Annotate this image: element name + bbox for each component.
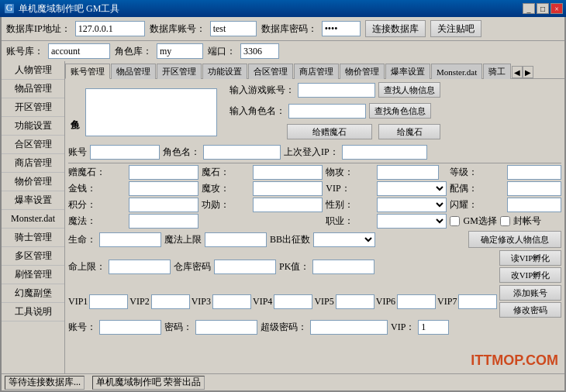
account2-input[interactable] bbox=[99, 320, 161, 335]
sidebar-item-spawn[interactable]: 刷怪管理 bbox=[2, 266, 64, 284]
minimize-button[interactable]: _ bbox=[523, 3, 535, 14]
vip5-input[interactable] bbox=[336, 294, 374, 309]
vip7-input[interactable] bbox=[458, 294, 497, 309]
vip5-label: VIP5 bbox=[314, 296, 333, 308]
warehouse-pwd-input[interactable] bbox=[214, 260, 276, 274]
account-lib-input[interactable] bbox=[48, 43, 110, 59]
sidebar-item-merge[interactable]: 合区管理 bbox=[2, 136, 64, 154]
read-vip-button[interactable]: 读VIP孵化 bbox=[499, 250, 561, 266]
close-tieba-button[interactable]: 关注贴吧 bbox=[430, 20, 481, 37]
content-area: 人物管理 物品管理 开区管理 功能设置 合区管理 商店管理 物价管理 爆率设置 … bbox=[2, 61, 564, 373]
vip1-input[interactable] bbox=[89, 294, 128, 309]
tab-items[interactable]: 物品管理 bbox=[111, 64, 156, 79]
sidebar-item-monster-dat[interactable]: Monster.dat bbox=[2, 210, 64, 229]
donated-magic-input[interactable] bbox=[129, 165, 198, 180]
role-name-input[interactable] bbox=[203, 145, 281, 160]
points-input[interactable] bbox=[129, 198, 198, 212]
sidebar-item-items[interactable]: 物品管理 bbox=[2, 80, 64, 98]
sidebar-item-price[interactable]: 物价管理 bbox=[2, 173, 64, 191]
account-field-label: 账号 bbox=[68, 146, 87, 159]
maximize-button[interactable]: □ bbox=[537, 3, 549, 14]
merit-input[interactable] bbox=[253, 198, 323, 212]
merit-label: 功勋： bbox=[202, 198, 250, 211]
life-input[interactable] bbox=[99, 232, 161, 247]
search-account-button[interactable]: 查找人物信息 bbox=[378, 82, 440, 98]
password-input[interactable] bbox=[195, 320, 257, 335]
last-login-ip-input[interactable] bbox=[342, 145, 427, 160]
magic-input[interactable] bbox=[253, 165, 323, 180]
confirm-modify-button[interactable]: 确定修改人物信息 bbox=[468, 231, 561, 248]
sidebar-item-phantom[interactable]: 幻魔副堡 bbox=[2, 284, 64, 303]
close-button[interactable]: × bbox=[550, 3, 563, 14]
sidebar-item-open-area[interactable]: 开区管理 bbox=[2, 98, 64, 117]
modify-vip-button[interactable]: 改VIP孵化 bbox=[499, 267, 561, 283]
sidebar-item-character[interactable]: 人物管理 bbox=[2, 61, 64, 80]
connect-db-button[interactable]: 连接数据库 bbox=[365, 20, 426, 37]
search-role-input[interactable] bbox=[288, 104, 366, 119]
tab-drop-rate[interactable]: 爆率设置 bbox=[385, 64, 430, 79]
tab-merge[interactable]: 合区管理 bbox=[248, 64, 293, 79]
magic-upper-input[interactable] bbox=[205, 232, 267, 247]
seal-account-checkbox[interactable] bbox=[500, 216, 510, 226]
vip4-label: VIP4 bbox=[253, 296, 272, 308]
role-lib-input[interactable] bbox=[157, 43, 203, 59]
tab-function[interactable]: 功能设置 bbox=[202, 64, 247, 79]
search-account-input[interactable] bbox=[298, 83, 375, 98]
tab-monster[interactable]: Monster.dat bbox=[431, 64, 482, 79]
tab-account[interactable]: 账号管理 bbox=[65, 64, 110, 79]
modify-password-button[interactable]: 修改密码 bbox=[499, 302, 561, 318]
tab-shop[interactable]: 商店管理 bbox=[294, 64, 339, 79]
account-field-input[interactable] bbox=[90, 145, 160, 160]
sidebar-item-knight[interactable]: 骑士管理 bbox=[2, 229, 64, 247]
gm-select-checkbox[interactable] bbox=[450, 216, 460, 226]
sidebar-item-multi-area[interactable]: 多区管理 bbox=[2, 247, 64, 266]
sidebar-item-shop[interactable]: 商店管理 bbox=[2, 154, 64, 173]
tab-open-area[interactable]: 开区管理 bbox=[157, 64, 202, 79]
sidebar-item-drop-rate[interactable]: 爆率设置 bbox=[2, 191, 64, 210]
tab-next-button[interactable]: ▶ bbox=[523, 66, 533, 78]
add-account-button[interactable]: 添加账号 bbox=[499, 285, 561, 301]
super-password-input[interactable] bbox=[310, 320, 388, 335]
tab-prev-button[interactable]: ◀ bbox=[512, 66, 523, 78]
gold-input[interactable] bbox=[129, 181, 198, 196]
magic2-input[interactable] bbox=[129, 214, 198, 229]
db-ip-input[interactable] bbox=[75, 21, 145, 36]
vip2-stat-input[interactable] bbox=[418, 320, 449, 335]
give-magic-button[interactable]: 给魔石 bbox=[378, 124, 440, 139]
main-window: 数据库IP地址： 数据库账号： 数据库密码： 连接数据库 关注贴吧 账号库： 角… bbox=[0, 17, 566, 392]
port-input[interactable] bbox=[240, 43, 279, 59]
level-input[interactable] bbox=[507, 165, 561, 180]
db-account-input[interactable] bbox=[210, 21, 257, 36]
magic-label: 魔石： bbox=[202, 166, 250, 179]
job-select[interactable] bbox=[377, 214, 447, 229]
multi-char-box[interactable] bbox=[85, 88, 217, 136]
password-label: 密码： bbox=[164, 321, 192, 334]
sidebar-item-function[interactable]: 功能设置 bbox=[2, 117, 64, 136]
vip-stat-select[interactable] bbox=[377, 181, 447, 196]
port-label: 端口： bbox=[208, 45, 236, 58]
vip2-input[interactable] bbox=[151, 294, 190, 309]
db-password-input[interactable] bbox=[322, 21, 361, 36]
tab-price[interactable]: 物价管理 bbox=[340, 64, 385, 79]
flawless-input[interactable] bbox=[507, 198, 561, 212]
vip-row: VIP1 VIP2 VIP3 VIP4 VIP5 VIP6 VIP7 添加账号 bbox=[68, 285, 561, 318]
upper-limit-input[interactable] bbox=[109, 260, 171, 274]
svg-text:G: G bbox=[6, 3, 13, 13]
phys-attack-input[interactable] bbox=[377, 165, 439, 180]
vip3-input[interactable] bbox=[212, 294, 251, 309]
gender-select[interactable] bbox=[377, 198, 447, 212]
pk-value-label: PK值： bbox=[279, 260, 309, 273]
give-donated-magic-button[interactable]: 给赠魔石 bbox=[287, 124, 372, 139]
vip6-input[interactable] bbox=[397, 294, 436, 309]
account-bar: 账号库： 角色库： 端口： bbox=[2, 41, 564, 61]
search-role-button[interactable]: 查找角色信息 bbox=[369, 103, 431, 119]
bb-exit-select[interactable] bbox=[313, 232, 375, 247]
vip4-input[interactable] bbox=[274, 294, 312, 309]
pk-value-input[interactable] bbox=[312, 260, 374, 274]
magic-attack-input[interactable] bbox=[253, 181, 323, 196]
tab-knight-work[interactable]: 骑工 bbox=[483, 64, 511, 79]
role-name-label: 角色名： bbox=[163, 146, 200, 159]
last-login-ip-label: 上次登入IP： bbox=[284, 146, 339, 159]
spouse-input[interactable] bbox=[507, 181, 561, 196]
sidebar-item-tool-desc[interactable]: 工具说明 bbox=[2, 303, 64, 322]
